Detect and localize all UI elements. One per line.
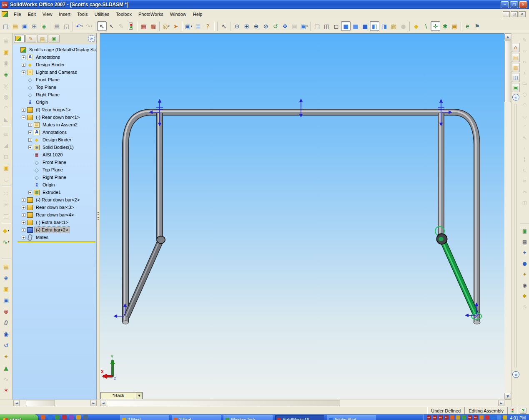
open-document-button[interactable]: ▤ [10,21,20,31]
tray-icon-14[interactable] [503,415,507,420]
centerpoint-arc-button[interactable]: ◠ [521,101,529,109]
point-button[interactable]: · [521,144,529,153]
shell-button[interactable]: ◻ [1,151,11,161]
reference-geometry-button[interactable]: ◆▾ [1,225,11,236]
expand-panel-button[interactable]: » [88,35,95,42]
circle-button[interactable]: ○ [521,90,529,98]
start-button[interactable]: start [0,414,38,420]
mate-reference-button[interactable]: ▣ [450,21,459,31]
tree-expander[interactable]: + [22,213,25,217]
tray-icon-2[interactable]: PT [433,415,437,420]
menu-help[interactable]: Help [190,10,206,18]
tree-expander[interactable]: + [22,236,25,239]
tray-icon-6[interactable] [456,415,460,420]
print-button[interactable]: ▤ [52,21,62,31]
close-button[interactable]: ✕ [519,1,527,8]
lofted-boss-button[interactable]: ◎ [1,80,11,91]
edrawings-animator-button[interactable]: e [463,21,472,31]
scroll-up-button[interactable]: ▲ [504,33,511,40]
tree-item[interactable]: +◆Design Binder [13,61,96,68]
tree-item[interactable]: +☀Lights and Cameras [13,68,96,76]
dome-button[interactable]: ◡ [1,174,11,184]
tree-item[interactable]: ◇Top Plane [13,83,96,91]
mirror-button[interactable]: ◫ [1,211,11,221]
task-button[interactable]: Adobe Phot... [327,415,376,420]
tree-item[interactable]: Scott's cage (Default<Display Sta [13,46,96,53]
smart-fasteners-button[interactable]: ✦ [1,351,11,362]
tree-expander[interactable]: + [22,228,25,232]
move-component-button[interactable]: ◉ [1,329,11,339]
tray-icon-8[interactable]: PT [468,415,472,420]
doc-restore-button[interactable]: ◱ [511,11,518,17]
tree-item[interactable]: +◆Design Binder [13,136,96,143]
tree-item[interactable]: +(-) Rear down bar<2> [13,196,96,204]
tray-icon-13[interactable] [497,415,501,420]
menu-utilities[interactable]: Utilities [91,10,113,18]
hidden-lines-visible-button[interactable]: ◫ [322,21,331,31]
design-checker-button[interactable]: ≣ [193,21,203,31]
tray-icon-9[interactable]: PT [474,415,478,420]
collapse-bottom-button[interactable]: « [512,371,519,378]
line-button[interactable]: ∕ [521,68,529,77]
shaded-with-edges-button[interactable]: ■ [341,21,351,31]
dimxpert-button[interactable]: ✱ [521,292,529,300]
revolved-boss-button[interactable]: ◉ [1,58,11,68]
pan-button[interactable]: ✥ [280,21,290,31]
zoom-in-out-button[interactable]: ⊕ [251,21,261,31]
viewport-horizontal-scrollbar[interactable]: ◄ ► [100,400,504,407]
rear-hoop-part[interactable] [122,111,480,324]
file-explorer-tab[interactable]: ▥ [512,63,520,72]
tree-expander[interactable]: + [22,198,25,202]
tray-icon-5[interactable] [450,415,454,420]
task-button[interactable]: Window Task... [223,415,273,420]
viewport-scroll-thumb[interactable] [107,400,340,406]
new-part-button[interactable]: ◈ [1,272,11,283]
tree-item[interactable]: +(-) Extra bar<1> [13,219,96,226]
tree-expander[interactable]: + [22,55,25,59]
quick-tips-toggle[interactable] [507,407,517,414]
panel-splitter[interactable] [97,33,100,400]
viewport-scroll-right-button[interactable]: ► [498,400,504,406]
task-button[interactable]: SolidWorks Of... [275,415,324,420]
tree-item[interactable]: +Mates [13,234,96,241]
tree-item[interactable]: +Rear down bar<4> [13,211,96,219]
hidden-lines-removed-button[interactable]: ◻ [331,21,341,31]
rib-button[interactable]: ≡ [1,128,11,139]
sketch-tool-button[interactable]: ✎ [521,36,529,44]
standard-views-button[interactable]: ▣▾ [299,21,309,31]
rear-down-bar-left-part[interactable] [159,113,160,239]
tree-item[interactable]: ◇Front Plane [13,158,96,166]
linear-pattern-button[interactable]: ∷ [1,188,11,199]
addins-tab[interactable]: ▣ [49,35,60,43]
viewport-scroll-left-button[interactable]: ◄ [100,400,106,406]
menu-window[interactable]: Window [167,10,190,18]
tree-item[interactable]: +Rear down bar<3> [13,204,96,211]
tray-icon-12[interactable] [491,415,495,420]
view-palette-tab[interactable]: ▣ [512,83,520,92]
selection-filter-button[interactable]: ↖ [219,21,229,31]
orientation-dropdown[interactable]: *Back ▼ [100,392,143,399]
new-document-button[interactable]: □ [1,21,10,31]
mate-button[interactable] [1,317,11,328]
doc-minimize-button[interactable]: ─ [503,11,510,17]
orientation-dropdown-arrow-icon[interactable]: ▼ [136,392,142,399]
menu-insert[interactable]: Insert [55,10,74,18]
reference-axis-button[interactable]: ∖ [421,21,431,31]
tree-item[interactable]: ◇Front Plane [13,76,96,83]
select-button[interactable]: ↖ [97,21,107,31]
tree-scroll-thumb[interactable] [26,400,55,406]
section-view-button[interactable]: ◨ [379,21,389,31]
tray-icon-7[interactable] [462,415,466,420]
make-assembly-button[interactable]: ◈ [39,21,49,31]
swept-boss-button[interactable]: ◈ [1,69,11,79]
spline-button[interactable]: ∿ [521,133,529,142]
search-tab[interactable]: ◫ [512,73,520,82]
boundary-boss-button[interactable]: ◍ [1,91,11,102]
photoworks-render-button[interactable]: ⚑ [472,21,482,31]
sketch-button[interactable]: ✎ [116,21,126,31]
restore-button[interactable]: ◱ [510,1,518,8]
shaded-button[interactable]: ■ [351,21,360,31]
reference-point-button[interactable]: ✱ [440,21,450,31]
undo-button[interactable]: ↶▾ [75,21,84,31]
tree-expander[interactable]: + [22,70,25,74]
